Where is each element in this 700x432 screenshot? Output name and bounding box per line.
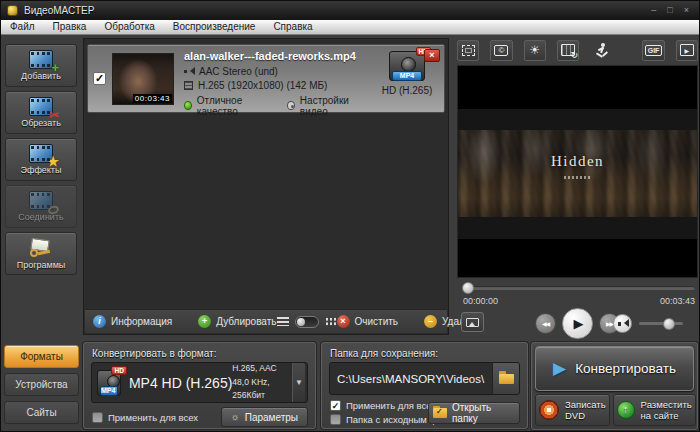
- folder-icon: [499, 374, 514, 384]
- video-overlay-title: Hidden: [458, 153, 697, 170]
- apply-all-formats-checkbox[interactable]: Применить для всех: [92, 412, 198, 423]
- folder-check-icon: ✓: [433, 408, 447, 418]
- publish-button[interactable]: ↑ Разместить на сайте: [613, 394, 696, 426]
- duplicate-icon: +: [198, 315, 211, 328]
- params-button[interactable]: ☼ Параметры: [221, 407, 308, 427]
- list-view-icon[interactable]: [277, 317, 289, 326]
- crop-button[interactable]: [457, 40, 479, 61]
- volume-thumb[interactable]: [663, 318, 675, 330]
- sidebar-item-label: Программы: [17, 260, 66, 270]
- file-name: alan-walker---faded-reworks.mp4: [184, 50, 366, 62]
- watermark-button[interactable]: ©: [490, 40, 512, 61]
- file-checkbox[interactable]: ✓: [93, 72, 106, 85]
- preview-play-icon: ▶: [680, 44, 694, 56]
- info-icon: i: [93, 315, 106, 328]
- mp4-format-icon: HD MP4: [97, 370, 121, 396]
- sidebar-item-effects[interactable]: ★ Эффекты: [5, 138, 77, 181]
- settings-radio-icon: [287, 101, 295, 110]
- menu-processing[interactable]: Обработка: [95, 20, 163, 34]
- convert-arrow-icon: ▶: [553, 360, 566, 377]
- gif-icon: GIF: [645, 45, 663, 56]
- checkbox: [92, 412, 103, 423]
- grid-view-icon[interactable]: [325, 317, 337, 326]
- scissors-icon: ✂: [49, 109, 59, 121]
- info-button[interactable]: i Информация: [93, 315, 172, 328]
- mp4-format-icon: HD MP4: [389, 51, 425, 81]
- film-add-icon: +: [29, 50, 53, 69]
- globe-upload-icon: ↑: [617, 401, 635, 419]
- crop-icon: [462, 45, 475, 56]
- minimize-button[interactable]: –: [651, 6, 656, 15]
- menu-bar: Файл Правка Обработка Воспроизведение Сп…: [1, 20, 699, 35]
- sidebar-item-trim[interactable]: ✂ Обрезать: [5, 91, 77, 134]
- format-select[interactable]: HD MP4 MP4 HD (H.265) H.265, AAC 48,0 KH…: [91, 362, 308, 403]
- convert-button[interactable]: ▶ Конвертировать: [535, 346, 694, 391]
- mp4-badge: MP4: [100, 386, 118, 396]
- menu-playback[interactable]: Воспроизведение: [164, 20, 265, 34]
- open-folder-button[interactable]: ✓ Открыть папку: [428, 402, 520, 424]
- gif-button[interactable]: GIF: [642, 40, 664, 61]
- view-toggle-group: [277, 316, 337, 328]
- delete-icon: –: [424, 315, 437, 328]
- maximize-button[interactable]: □: [667, 6, 672, 15]
- tab-devices[interactable]: Устройства: [4, 373, 79, 396]
- sidebar-item-programs[interactable]: Программы: [5, 232, 77, 275]
- menu-file[interactable]: Файл: [1, 20, 44, 34]
- quality-dot-icon: [184, 101, 192, 110]
- rotate-button[interactable]: [557, 40, 579, 61]
- file-list-panel: ✓ 00:03:43 alan-walker---faded-reworks.m…: [83, 38, 449, 335]
- rotate-film-icon: [561, 44, 575, 56]
- prev-frame-button[interactable]: ◀◀: [535, 313, 556, 334]
- checkbox: [330, 414, 341, 425]
- browse-folder-button[interactable]: [492, 363, 519, 394]
- clear-icon: ×: [337, 315, 350, 328]
- burn-dvd-button[interactable]: Записать DVD: [535, 394, 610, 426]
- speed-button[interactable]: [590, 40, 612, 61]
- sidebar-item-join: Соединить: [5, 185, 77, 228]
- close-button[interactable]: ×: [684, 6, 689, 15]
- checkbox-checked: ✓: [330, 400, 341, 411]
- actions-panel: ▶ Конвертировать Записать DVD ↑ Размести…: [531, 342, 698, 430]
- video-frame: Hidden: [458, 130, 697, 217]
- tab-formats[interactable]: Форматы: [4, 345, 79, 368]
- file-item[interactable]: ✓ 00:03:43 alan-walker---faded-reworks.m…: [87, 44, 445, 113]
- format-caption: HD (H.265): [378, 85, 436, 96]
- menu-help[interactable]: Справка: [264, 20, 321, 34]
- speaker-icon: [184, 67, 194, 76]
- format-dropdown-button[interactable]: ▼: [292, 363, 305, 402]
- video-preview[interactable]: Hidden: [457, 65, 698, 278]
- save-panel-title: Папка для сохранения:: [330, 348, 438, 359]
- title-bar: ВидеоМАСТЕР – □ ×: [1, 1, 699, 20]
- key-card-icon: [28, 238, 54, 258]
- seek-thumb[interactable]: [462, 282, 474, 294]
- total-time: 00:03:43: [660, 296, 695, 306]
- preview-toolbar: © ☀ GIF ▶: [457, 39, 698, 61]
- remove-file-button[interactable]: ×: [424, 49, 440, 62]
- seek-slider[interactable]: [463, 286, 695, 290]
- menu-edit[interactable]: Правка: [44, 20, 96, 34]
- volume-button[interactable]: [613, 314, 632, 333]
- play-button[interactable]: ▶: [562, 308, 593, 339]
- hd-badge: HD: [111, 366, 126, 375]
- codec-icon: [184, 81, 193, 90]
- view-toggle-switch[interactable]: [295, 316, 319, 328]
- film-effects-icon: ★: [29, 144, 53, 163]
- brightness-icon: ☀: [529, 44, 540, 56]
- plus-icon: +: [51, 62, 59, 74]
- fullscreen-preview-button[interactable]: ▶: [676, 40, 698, 61]
- volume-icon: [618, 319, 628, 328]
- format-panel-title: Конвертировать в формат:: [92, 348, 216, 359]
- mp4-badge: MP4: [392, 71, 422, 81]
- effects-button[interactable]: ☀: [524, 40, 546, 61]
- volume-slider[interactable]: [639, 322, 683, 325]
- tab-sites[interactable]: Сайты: [4, 401, 79, 424]
- quality-label: Отличное качество: [197, 95, 271, 117]
- duplicate-button[interactable]: + Дублировать: [198, 315, 276, 328]
- video-settings-link[interactable]: Настройки видео: [287, 95, 366, 117]
- save-path-field[interactable]: C:\Users\MANSORY\Videos\: [330, 373, 492, 385]
- film-cut-icon: ✂: [29, 97, 53, 116]
- sidebar-item-add[interactable]: + Добавить: [5, 44, 77, 87]
- clear-button[interactable]: × Очистить: [337, 315, 399, 328]
- duration-badge: 00:03:43: [133, 94, 172, 103]
- format-name: MP4 HD (H.265): [129, 375, 232, 391]
